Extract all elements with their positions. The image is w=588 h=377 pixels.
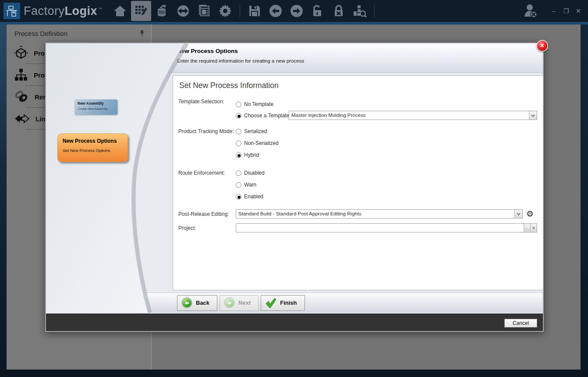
radio-circle [236, 170, 241, 176]
product-cube-icon [14, 46, 28, 60]
radio-circle [236, 194, 241, 200]
toolbar-separator [240, 4, 240, 18]
browse-button[interactable]: … [524, 224, 530, 232]
forward-icon[interactable] [287, 1, 307, 21]
form-heading: Set New Process Information [179, 81, 279, 90]
new-process-options-dialog: New Process Options Enter the required i… [45, 42, 544, 332]
panel-header: Process Definition [7, 25, 151, 42]
application-window: FactoryLogix™ [0, 0, 588, 377]
titlebar: FactoryLogix™ [0, 0, 588, 22]
radio-circle [236, 141, 241, 146]
window-right-edge [581, 25, 588, 377]
factorylogix-logo [4, 3, 20, 19]
toolbar-separator [374, 4, 375, 18]
next-button[interactable]: Next [220, 295, 259, 311]
clear-icon[interactable]: ✕ [530, 224, 537, 232]
pin-icon[interactable] [139, 30, 145, 37]
post-release-editing-combobox[interactable]: Standard Build - Standard Post Approval … [236, 209, 523, 218]
chevron-down-icon[interactable] [514, 210, 522, 218]
panel-title: Process Definition [14, 30, 67, 37]
dialog-bottom-band: Cancel [46, 314, 543, 331]
radio-circle [236, 152, 241, 158]
home-icon[interactable] [110, 1, 130, 21]
lock-cancel-icon[interactable] [329, 1, 349, 21]
radio-choose-template[interactable]: Choose a Template [236, 113, 289, 119]
minimize-button[interactable]: – [549, 7, 559, 14]
brand-logix: Logix [65, 4, 98, 18]
window-left-edge [0, 25, 7, 377]
post-release-editing-label: Post-Release Editing: [178, 211, 229, 217]
maximize-button[interactable]: ❒ [561, 7, 571, 14]
process-definition-icon[interactable] [131, 1, 151, 21]
main-toolbar [110, 0, 379, 22]
find-release-icon[interactable] [350, 1, 370, 21]
desk-logo-icon [6, 5, 18, 17]
close-icon[interactable]: ✕ [536, 40, 548, 52]
radio-non-serialized[interactable]: Non-Serialized [236, 140, 279, 146]
unlock-icon[interactable] [308, 1, 328, 21]
next-arrow-icon [224, 297, 235, 308]
brand-text: FactoryLogix™ [24, 4, 103, 18]
radio-serialized[interactable]: Serialized [236, 128, 267, 134]
process-tree-icon [14, 68, 28, 82]
template-selection-label: Template Selection: [178, 99, 224, 105]
wizard-step-new-assembly: New Assembly Create New Assembly [74, 99, 117, 115]
product-tracking-label: Product Tracking Mode: [178, 128, 234, 134]
radio-warn[interactable]: Warn [236, 182, 256, 188]
route-enforcement-label: Route Enforcement: [178, 170, 225, 176]
radio-circle [236, 129, 241, 134]
radio-hybrid[interactable]: Hybrid [236, 152, 259, 158]
template-combobox[interactable]: Master Injection Molding Process [289, 111, 537, 120]
back-icon[interactable] [266, 1, 286, 21]
gear-icon[interactable]: ⚙ [526, 210, 534, 218]
radio-circle [236, 102, 241, 107]
form-content: Set New Process Information Template Sel… [173, 75, 543, 290]
settings-gear-icon[interactable] [215, 1, 235, 21]
save-icon[interactable] [244, 1, 265, 21]
trademark: ™ [98, 7, 103, 11]
close-window-button[interactable]: ✕ [573, 7, 584, 14]
radio-circle [236, 113, 241, 119]
brand-factory: Factory [24, 4, 65, 18]
radio-circle [236, 182, 241, 188]
radio-disabled[interactable]: Disabled [236, 170, 265, 176]
finish-button[interactable]: Finish [261, 295, 305, 311]
project-input[interactable]: … ✕ [236, 223, 537, 233]
project-label: Project: [178, 225, 196, 231]
sync-icon[interactable] [173, 1, 193, 21]
radio-no-template[interactable]: No Template [236, 101, 273, 107]
radio-enabled[interactable]: Enabled [236, 194, 263, 200]
titlebar-right: – ❒ ✕ [520, 0, 584, 22]
documents-icon[interactable] [194, 1, 214, 21]
wizard-step-new-process-options: New Process Options Set New Process Opti… [57, 134, 128, 162]
reroute-link-icon [14, 90, 28, 104]
finish-check-icon [265, 298, 276, 308]
chevron-down-icon[interactable] [529, 111, 537, 120]
line-arrows-icon [14, 113, 29, 124]
release-icon[interactable] [152, 1, 172, 21]
logout-user-icon[interactable] [521, 1, 541, 21]
window-bottom-edge [0, 370, 588, 377]
cancel-button[interactable]: Cancel [504, 319, 537, 328]
